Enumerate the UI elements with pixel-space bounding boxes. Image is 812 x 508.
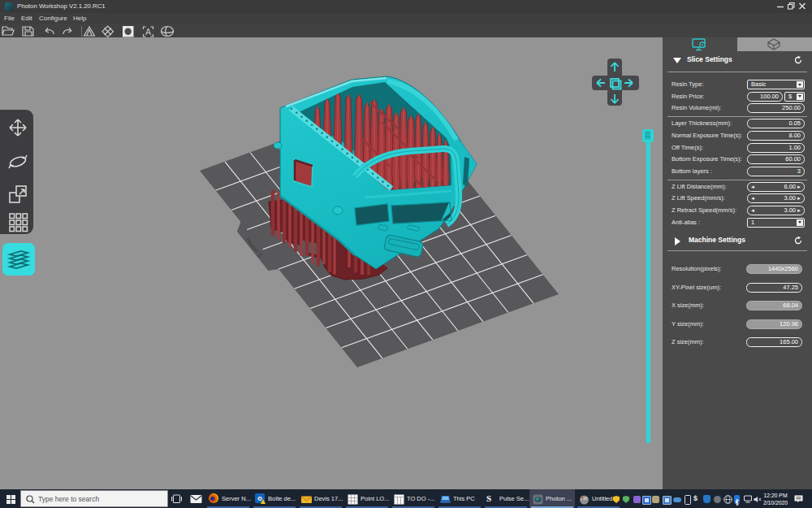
svg-text:A: A: [145, 27, 151, 37]
